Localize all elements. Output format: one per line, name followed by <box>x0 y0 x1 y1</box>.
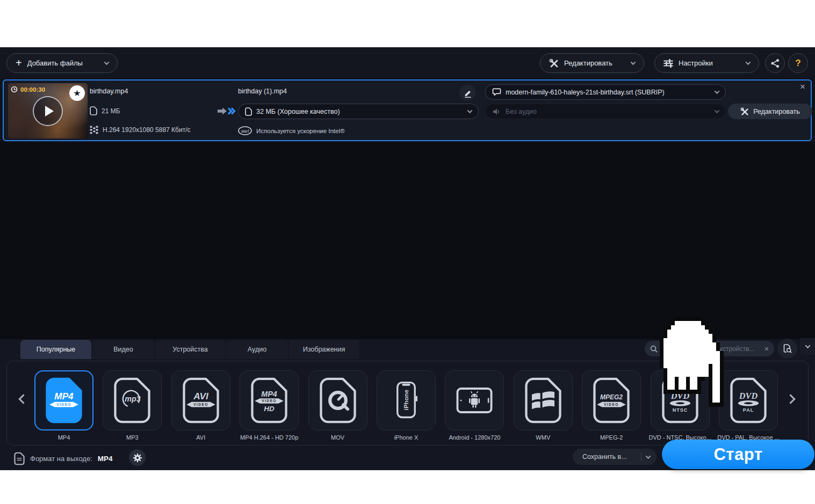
format-icon[interactable] <box>445 370 504 430</box>
format-icon[interactable]: mp3 <box>103 370 162 430</box>
format-settings-button[interactable] <box>129 449 146 466</box>
file-row[interactable]: 00:00:30 ★ birthday.mp4 21 МБ H.264 1920… <box>3 79 812 141</box>
svg-text:mp3: mp3 <box>125 395 141 403</box>
format-card-mpeg-2[interactable]: MPEG2VIDEOMPEG-2 <box>582 370 641 430</box>
search-icon <box>650 345 658 353</box>
chevron-down-icon <box>805 343 810 348</box>
format-search[interactable]: × <box>645 341 774 356</box>
format-card-mov[interactable]: MOV <box>308 370 367 430</box>
svg-text:DVD: DVD <box>670 391 689 401</box>
clock-icon <box>11 86 18 93</box>
format-card-dvd-ntsc-высоко-[interactable]: DVDNTSCDVD - NTSC, Высоко... <box>651 370 710 430</box>
output-format-value: MP4 <box>98 455 113 463</box>
svg-text:MPEG2: MPEG2 <box>600 393 623 401</box>
tab-video[interactable]: Видео <box>92 340 154 359</box>
save-to-label: Сохранить в... <box>582 453 627 461</box>
format-card-android-1280x720[interactable]: Android - 1280x720 <box>445 370 504 430</box>
format-icon[interactable]: MP4VIDEOHD <box>240 370 299 430</box>
format-icon[interactable]: AVIVIDEO <box>171 370 230 430</box>
duration-badge: 00:00:30 <box>11 86 45 93</box>
tab-audio[interactable]: Аудио <box>226 340 288 359</box>
format-label: AVI <box>196 434 205 441</box>
collapse-panel-button[interactable] <box>800 338 815 355</box>
format-icon[interactable]: MPEG2VIDEO <box>582 370 641 430</box>
format-card-avi[interactable]: AVIVIDEOAVI <box>171 370 230 430</box>
codec-icon <box>90 126 98 134</box>
app-window: + Добавить файлы Редактировать Настройки… <box>0 47 815 470</box>
pencil-icon <box>463 88 472 98</box>
formats-strip: MP4VIDEOMP4mp3MP3AVIVIDEOAVIMP4VIDEOHDMP… <box>6 361 809 445</box>
edit-file-button[interactable]: Редактировать <box>728 104 812 119</box>
rename-button[interactable] <box>459 85 475 101</box>
source-codec: H.264 1920x1080 5887 Кбит/с <box>103 126 191 134</box>
svg-text:MP4: MP4 <box>54 391 74 401</box>
tab-devices[interactable]: Устройства <box>155 340 225 359</box>
format-label: MP3 <box>126 434 139 441</box>
divider <box>641 452 641 461</box>
svg-text:VIDEO: VIDEO <box>604 403 619 406</box>
svg-text:VIDEO: VIDEO <box>56 403 71 406</box>
output-format-label: Формат на выходе: <box>30 455 92 463</box>
play-icon <box>45 106 54 116</box>
edit-menu-button[interactable]: Редактировать <box>540 53 644 73</box>
format-icon[interactable] <box>308 370 367 430</box>
format-icon[interactable] <box>514 370 573 430</box>
source-codec-row: H.264 1920x1080 5887 Кбит/с <box>90 126 191 134</box>
format-card-mp3[interactable]: mp3MP3 <box>103 370 162 430</box>
file-search-icon <box>782 344 792 354</box>
question-icon: ? <box>795 58 800 69</box>
clear-search-icon[interactable]: × <box>764 345 769 353</box>
subtitles-dropdown[interactable]: modern-family-610-haleys-21st-birthday.s… <box>485 84 726 100</box>
output-file-name: birthday (1).mp4 <box>238 87 287 95</box>
format-label: iPhone X <box>394 434 419 441</box>
find-format-by-file-button[interactable] <box>777 339 797 359</box>
format-icon[interactable]: iPhone <box>377 370 436 430</box>
output-size-dropdown[interactable]: 32 МБ (Хорошее качество) <box>238 104 479 119</box>
close-icon: × <box>800 82 805 92</box>
scroll-right-button[interactable] <box>785 394 795 404</box>
add-files-button[interactable]: + Добавить файлы <box>6 53 118 73</box>
edit-menu-label: Редактировать <box>564 59 631 67</box>
format-label: Android - 1280x720 <box>449 434 500 441</box>
format-card-wmv[interactable]: WMV <box>514 370 573 430</box>
add-files-label: Добавить файлы <box>27 59 105 67</box>
format-card-mp4-h-264-hd-720p[interactable]: MP4VIDEOHDMP4 H.264 - HD 720p <box>240 370 299 430</box>
output-format-info: Формат на выходе: MP4 <box>14 452 113 465</box>
chevron-down-icon <box>104 60 110 65</box>
play-button[interactable] <box>33 96 63 126</box>
chevron-down-icon <box>715 89 720 94</box>
video-thumbnail[interactable]: 00:00:30 ★ <box>8 83 88 138</box>
format-label: MPEG-2 <box>600 434 623 441</box>
settings-button[interactable]: Настройки <box>654 53 759 73</box>
format-icon[interactable]: MP4VIDEO <box>34 370 93 430</box>
save-to-button[interactable]: Сохранить в... <box>573 449 657 465</box>
tab-images[interactable]: Изображения <box>289 340 359 359</box>
start-label: Старт <box>713 445 762 464</box>
format-card-dvd-pal-высокое-[interactable]: DVDPALDVD - PAL, Высокое ... <box>719 370 778 430</box>
format-label: MP4 <box>58 434 70 441</box>
toolbar: + Добавить файлы Редактировать Настройки… <box>0 47 815 78</box>
svg-text:NTSC: NTSC <box>672 407 688 413</box>
duration-text: 00:00:30 <box>20 86 45 93</box>
favorite-star-icon[interactable]: ★ <box>69 85 85 101</box>
format-label: MP4 H.264 - HD 720p <box>240 434 298 441</box>
help-button[interactable]: ? <box>788 53 808 73</box>
scroll-left-button[interactable] <box>18 394 28 404</box>
acceleration-row: intel Используется ускорение Intel® <box>238 126 344 135</box>
format-card-mp4[interactable]: MP4VIDEOMP4 <box>34 370 93 430</box>
chevron-down-icon <box>746 60 751 65</box>
search-input[interactable] <box>661 345 761 353</box>
share-button[interactable] <box>765 53 785 73</box>
format-icon[interactable]: DVDPAL <box>719 370 778 430</box>
audio-value: Без аудио <box>506 108 537 115</box>
format-card-iphone-x[interactable]: iPhoneiPhone X <box>377 370 436 430</box>
share-icon <box>770 58 781 69</box>
start-button[interactable]: Старт <box>662 440 814 469</box>
svg-text:VIDEO: VIDEO <box>193 403 208 406</box>
remove-file-button[interactable]: × <box>800 82 805 92</box>
format-icon[interactable]: DVDNTSC <box>651 370 710 430</box>
subtitles-icon <box>492 88 501 96</box>
audio-dropdown[interactable]: Без аудио <box>485 104 726 119</box>
source-size: 21 МБ <box>102 107 120 115</box>
tab-popular[interactable]: Популярные <box>20 340 91 359</box>
